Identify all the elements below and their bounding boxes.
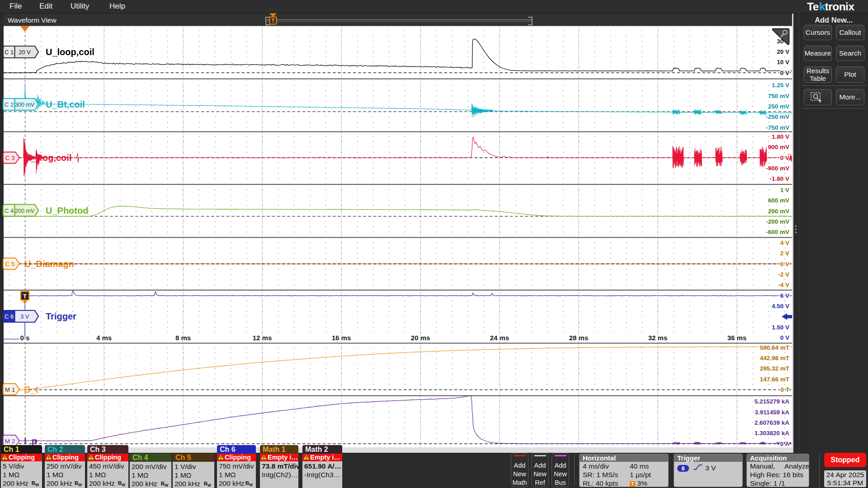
svg-text:20 ms: 20 ms: [411, 334, 430, 342]
svg-text:U_Bt,coil: U_Bt,coil: [46, 99, 85, 109]
svg-text:U_Photod: U_Photod: [46, 206, 88, 216]
svg-text:-2 V: -2 V: [778, 271, 789, 278]
svg-text:147.66 mT: 147.66 mT: [760, 376, 790, 383]
svg-text:2.607639 kA: 2.607639 kA: [755, 419, 790, 426]
svg-text:tronix: tronix: [825, 1, 855, 13]
svg-text:32 ms: 32 ms: [648, 334, 668, 342]
svg-text:600 mV: 600 mV: [768, 197, 789, 204]
svg-text:Trigger: Trigger: [46, 311, 76, 321]
svg-text:-250 mV: -250 mV: [766, 113, 789, 120]
svg-text:0 V: 0 V: [780, 70, 789, 76]
svg-text:10 V: 10 V: [777, 59, 789, 66]
svg-text:C 4: C 4: [5, 207, 14, 214]
svg-text:C 3: C 3: [5, 155, 14, 161]
svg-text:C 6: C 6: [5, 313, 14, 320]
svg-text:1.303820 kA: 1.303820 kA: [755, 430, 790, 436]
svg-text:20 V: 20 V: [777, 48, 789, 55]
svg-text:2 V: 2 V: [780, 250, 789, 257]
svg-text:C 1: C 1: [5, 49, 14, 56]
svg-text:6 V: 6 V: [780, 292, 789, 299]
svg-text:4 ms: 4 ms: [96, 334, 112, 342]
svg-text:590.64 mT: 590.64 mT: [760, 344, 790, 351]
svg-text:0 A: 0 A: [780, 441, 789, 447]
svg-text:300 mV: 300 mV: [15, 102, 35, 108]
svg-text:4.50 V: 4.50 V: [772, 303, 789, 310]
svg-text:5.215279 kA: 5.215279 kA: [755, 398, 790, 405]
svg-text:-750 mV: -750 mV: [766, 124, 789, 131]
svg-text:16 ms: 16 ms: [332, 334, 351, 342]
svg-text:T: T: [271, 18, 275, 24]
svg-text:4 V: 4 V: [780, 239, 789, 246]
svg-text:20 V: 20 V: [19, 49, 31, 56]
svg-text:0 V: 0 V: [780, 155, 789, 161]
svg-text:0 V: 0 V: [780, 334, 789, 341]
svg-text:442.98 mT: 442.98 mT: [760, 355, 790, 361]
svg-text:0 T: 0 T: [780, 386, 789, 393]
svg-text:Te: Te: [807, 1, 819, 13]
svg-text:24 ms: 24 ms: [490, 334, 509, 342]
svg-text:200 mV: 200 mV: [15, 208, 35, 214]
svg-text:295.32 mT: 295.32 mT: [760, 365, 790, 372]
svg-text:3.911459 kA: 3.911459 kA: [755, 409, 789, 416]
svg-text:8 ms: 8 ms: [175, 334, 191, 342]
svg-text:-600 mV: -600 mV: [766, 229, 789, 235]
svg-text:M 2: M 2: [5, 438, 15, 445]
svg-text:1.50 V: 1.50 V: [772, 324, 789, 331]
svg-text:-4 V: -4 V: [778, 282, 789, 288]
svg-text:1.25 V: 1.25 V: [772, 82, 789, 89]
svg-text:200 mV: 200 mV: [768, 208, 789, 215]
svg-text:28 ms: 28 ms: [569, 334, 589, 342]
svg-text:0 s: 0 s: [20, 334, 30, 342]
svg-text:U_loop,coil: U_loop,coil: [46, 47, 94, 57]
svg-text:-1.80 V: -1.80 V: [769, 175, 789, 182]
svg-text:-900 mV: -900 mV: [766, 165, 789, 172]
svg-text:3 V: 3 V: [20, 314, 29, 320]
svg-text:900 mV: 900 mV: [768, 144, 789, 150]
svg-text:C 5: C 5: [5, 261, 14, 267]
svg-text:36 ms: 36 ms: [727, 334, 747, 342]
svg-text:C 2: C 2: [5, 101, 14, 108]
svg-text:0 V: 0 V: [780, 261, 789, 267]
svg-text:1.80 V: 1.80 V: [772, 133, 789, 140]
svg-text:T: T: [23, 293, 27, 300]
svg-text:750 mV: 750 mV: [768, 93, 789, 99]
svg-text:M 1: M 1: [5, 386, 15, 393]
svg-text:12 ms: 12 ms: [253, 334, 272, 342]
svg-text:1 V: 1 V: [780, 187, 789, 193]
svg-text:250 mV: 250 mV: [768, 103, 789, 110]
svg-text:-200 mV: -200 mV: [766, 218, 789, 225]
